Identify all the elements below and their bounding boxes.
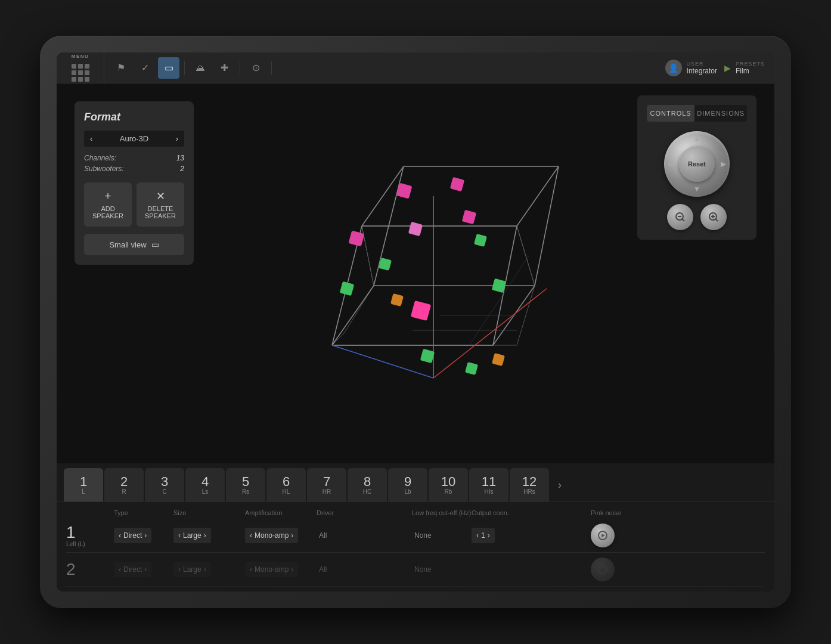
ch-number-4: 4 [201,475,209,488]
ch-number-5: 5 [242,475,249,488]
menu-section[interactable]: MENU [57,52,104,83]
channel-tab-5[interactable]: 5 Rs [226,468,265,501]
joystick-area: ▲ ▼ ◀ ▶ Reset [647,131,747,230]
small-view-label: Small view [109,240,146,249]
channel-tab-10[interactable]: 10 Rb [429,468,468,501]
controls-tab-dimensions[interactable]: DIMENSIONS [694,105,747,122]
3d-canvas [261,148,570,399]
channel-tab-9[interactable]: 9 Lb [388,468,427,501]
channels-label: Channels: [84,154,116,162]
row-1-amp-prev[interactable]: ‹ [250,531,252,540]
svg-marker-31 [601,534,605,537]
format-selector[interactable]: ‹ Auro-3D › [84,131,184,147]
presets-info: PRESETS Film [736,61,765,75]
row-1-type-prev[interactable]: ‹ [119,531,121,540]
row-2-type-selector[interactable]: ‹ Direct › [114,562,151,577]
svg-line-22 [469,256,529,345]
th-output-conn: Output conn. [472,509,591,516]
joystick-control[interactable]: ▲ ▼ ◀ ▶ Reset [664,131,730,197]
row-1-size-prev[interactable]: ‹ [178,531,181,540]
row-2-type-prev[interactable]: ‹ [119,565,121,574]
toolbar-chart-icon[interactable]: ⛰ [190,57,211,79]
row-2-size-selector[interactable]: ‹ Large › [173,562,211,577]
joystick-reset-button[interactable]: Reset [679,146,715,182]
row-1-output-selector[interactable]: ‹ 1 › [472,528,495,543]
row-2-size-value: Large [183,565,201,574]
channel-tab-12[interactable]: 12 HRs [510,468,549,501]
row-1-size-next[interactable]: › [204,531,206,540]
main-content: Format ‹ Auro-3D › Channels: 13 Subwoofe… [57,83,774,592]
small-view-button[interactable]: Small view ▭ [84,234,184,255]
toolbar-settings-icon[interactable]: ⊙ [245,57,266,79]
pink-noise-inactive-icon [597,564,609,575]
format-panel: Format ‹ Auro-3D › Channels: 13 Subwoofe… [75,101,194,265]
row-1-type-selector[interactable]: ‹ Direct › [114,528,151,543]
presets-block[interactable]: ▶ PRESETS Film [724,61,765,75]
channel-tab-2[interactable]: 2 R [104,468,144,501]
toolbar-screen-icon[interactable]: ▭ [158,57,179,79]
ch-number-3: 3 [161,475,168,488]
th-low-freq: Low freq cut-off (Hz) [412,509,472,516]
delete-speaker-button[interactable]: ✕ DELETESPEAKER [137,182,184,227]
ch-label-10: Rb [445,488,452,495]
row-2-number: 2 [66,561,114,578]
channel-tab-7[interactable]: 7 HR [307,468,346,501]
svg-marker-33 [601,568,605,571]
row-2-driver-value: All [317,565,412,574]
user-block[interactable]: 👤 USER Integrator [665,60,717,76]
controls-panel: CONTROLS DIMENSIONS ▲ ▼ ◀ ▶ Reset [637,95,756,240]
row-2-type-next[interactable]: › [144,565,147,574]
menu-grid [72,64,89,82]
zoom-in-button[interactable] [700,204,727,230]
table-row-2: 2 ‹ Direct › ‹ Large › ‹ [66,553,765,587]
pink-noise-active-icon [597,530,609,541]
row-1-output-next[interactable]: › [488,531,490,540]
toolbar-flag-icon[interactable]: ⚑ [110,57,132,79]
row-1-pink-noise-button[interactable] [591,524,615,547]
row-1-amp-next[interactable]: › [291,531,293,540]
svg-marker-1 [362,226,535,286]
row-2-size-next[interactable]: › [204,565,206,574]
channel-tab-4[interactable]: 4 Ls [185,468,225,501]
channel-tab-6[interactable]: 6 HL [266,468,306,501]
row-1-size-selector[interactable]: ‹ Large › [173,528,211,543]
ch-label-9: Lb [404,488,411,495]
add-speaker-label: ADDSPEAKER [92,205,123,219]
3d-wireframe [261,148,570,399]
user-label-text: USER [687,61,717,67]
row-1-output-prev[interactable]: ‹ [476,531,479,540]
row-2-amp-next[interactable]: › [291,565,293,574]
ch-label-5: Rs [242,488,249,495]
toolbar-sep-3 [271,61,272,75]
channel-tab-11[interactable]: 11 HIs [469,468,508,501]
svg-line-29 [715,219,718,221]
format-next-arrow[interactable]: › [176,134,178,143]
row-1-lowfreq-value: None [412,531,472,540]
subwoofers-value: 2 [180,165,184,173]
toolbar-check-icon[interactable]: ✓ [134,57,156,79]
channel-tabs-more[interactable]: › [550,468,569,501]
channel-tab-1[interactable]: 1 L [64,468,103,501]
svg-line-25 [682,219,684,221]
table-row-1: 1 Left (L) ‹ Direct › ‹ Large › [66,519,765,553]
add-speaker-button[interactable]: + ADDSPEAKER [84,182,132,227]
svg-line-7 [332,286,374,345]
row-2-pink-noise-button[interactable] [591,558,615,581]
controls-tabs: CONTROLS DIMENSIONS [647,105,747,122]
row-2-amp-selector[interactable]: ‹ Mono-amp › [245,562,298,577]
row-1-type-next[interactable]: › [144,531,147,540]
toolbar-sep-1 [184,61,185,75]
channel-tab-3[interactable]: 3 C [145,468,184,501]
small-view-icon: ▭ [151,240,159,249]
ch-number-12: 12 [522,475,537,488]
format-prev-arrow[interactable]: ‹ [90,134,92,143]
subwoofers-row: Subwoofers: 2 [84,165,184,173]
row-2-size-prev[interactable]: ‹ [178,565,181,574]
row-1-amp-selector[interactable]: ‹ Mono-amp › [245,528,298,543]
toolbar-plus-icon[interactable]: ✚ [213,57,235,79]
channel-tab-8[interactable]: 8 HC [348,468,387,501]
controls-tab-controls[interactable]: CONTROLS [647,105,694,122]
row-2-amp-prev[interactable]: ‹ [250,565,252,574]
zoom-out-button[interactable] [667,204,693,230]
ch-label-7: HR [323,488,331,495]
